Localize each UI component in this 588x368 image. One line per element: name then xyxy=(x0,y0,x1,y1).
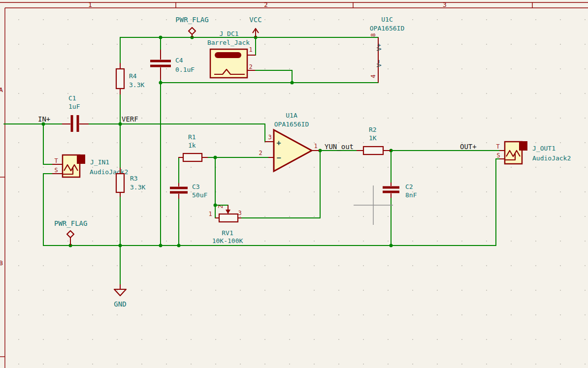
potentiometer-wiper-icon xyxy=(226,210,230,214)
sheet-frame: 1 2 3 A B xyxy=(0,1,588,368)
junction-dot[interactable] xyxy=(214,204,217,207)
component-c2[interactable]: C2 8nF xyxy=(383,183,417,199)
u1c-pin-4: 4 xyxy=(370,74,377,78)
u1c-pin-8: 8 xyxy=(370,33,377,36)
junction-dot[interactable] xyxy=(291,81,294,85)
component-pwr-flag-bottom[interactable]: PWR_FLAG xyxy=(54,219,87,245)
net-label-yun-out[interactable]: YUN_out xyxy=(325,143,354,151)
frame-column-2: 2 xyxy=(264,1,268,8)
opamp-minus-input-sign: − xyxy=(276,153,281,162)
resistor-body-icon xyxy=(116,174,124,192)
c2-reference[interactable]: C2 xyxy=(405,183,413,190)
component-rv1[interactable]: 1 2 3 RV1 10K-100K xyxy=(208,205,243,245)
junction-dot[interactable] xyxy=(119,244,122,247)
component-u1c[interactable]: 8 4 V+ V− U1C OPA1656ID xyxy=(370,16,405,83)
r1-value[interactable]: 1k xyxy=(188,142,196,149)
r3-value[interactable]: 3.3K xyxy=(130,184,145,191)
c4-reference[interactable]: C4 xyxy=(175,57,183,64)
resistor-body-icon xyxy=(116,69,124,89)
barrel-jack-pin-icon xyxy=(215,52,241,58)
power-label-pwr-flag-bottom[interactable]: PWR_FLAG xyxy=(54,219,87,228)
jack-sleeve-block-icon xyxy=(77,154,85,164)
net-label-in-plus[interactable]: IN+ xyxy=(38,115,50,123)
j-dc1-pin-1: 1 xyxy=(249,46,252,53)
pwr-flag-diamond-icon xyxy=(67,231,74,238)
r2-value[interactable]: 1K xyxy=(369,134,377,142)
jack-sleeve-block-icon xyxy=(519,141,527,151)
j-in1-pin-tip: T xyxy=(54,157,58,164)
junction-dot[interactable] xyxy=(159,36,163,39)
junction-dot[interactable] xyxy=(159,244,163,247)
c3-reference[interactable]: C3 xyxy=(192,183,200,190)
j-dc1-reference[interactable]: J_DC1 xyxy=(219,30,238,37)
junction-dot[interactable] xyxy=(177,244,181,247)
power-label-gnd[interactable]: GND xyxy=(114,300,126,308)
r2-reference[interactable]: R2 xyxy=(369,126,377,133)
component-r4[interactable]: R4 3.3K xyxy=(116,63,144,94)
opamp-plus-input-sign: + xyxy=(276,139,281,148)
component-c3[interactable]: C3 50uF xyxy=(170,183,207,199)
power-label-pwr-flag-top[interactable]: PWR_FLAG xyxy=(175,16,208,24)
u1c-reference[interactable]: U1C xyxy=(381,16,392,23)
u1a-pin-1: 1 xyxy=(314,143,317,150)
component-c1[interactable]: C1 1uF xyxy=(62,94,89,132)
u1a-value[interactable]: OPA1656ID xyxy=(274,121,309,128)
component-gnd[interactable]: GND xyxy=(114,284,126,308)
j-out1-pin-sleeve: S xyxy=(496,152,500,159)
j-dc1-pin-2: 2 xyxy=(249,63,252,70)
component-pwr-flag-top[interactable]: PWR_FLAG xyxy=(175,16,208,37)
frame-column-3: 3 xyxy=(443,1,447,8)
junction-dot[interactable] xyxy=(214,156,217,159)
rv1-pin-1: 1 xyxy=(208,211,212,217)
frame-column-1: 1 xyxy=(88,1,92,8)
resistor-body-icon xyxy=(363,147,383,154)
c1-reference[interactable]: C1 xyxy=(68,94,76,102)
schematic-canvas[interactable]: 1 2 3 A B xyxy=(0,0,588,368)
component-vcc[interactable]: VCC xyxy=(249,16,261,37)
c2-value[interactable]: 8nF xyxy=(405,191,417,199)
u1a-pin-2: 2 xyxy=(259,150,262,156)
resistor-body-icon xyxy=(219,214,238,222)
component-r2[interactable]: R2 1K xyxy=(357,126,391,154)
frame-row-b: B xyxy=(0,259,3,267)
opamp-triangle-icon xyxy=(274,130,312,171)
j-in1-reference[interactable]: J_IN1 xyxy=(90,158,109,166)
j-dc1-value[interactable]: Barrel_Jack xyxy=(207,39,250,46)
resistor-body-icon xyxy=(183,153,202,161)
power-label-vcc[interactable]: VCC xyxy=(249,16,261,24)
component-c4[interactable]: C4 0.1uF xyxy=(150,50,195,80)
rv1-value[interactable]: 10K-100K xyxy=(212,237,243,245)
r1-reference[interactable]: R1 xyxy=(188,133,196,141)
pwr-flag-diamond-icon xyxy=(189,28,196,34)
u1c-pin-name-vplus: V+ xyxy=(375,43,383,51)
frame-row-a: A xyxy=(0,86,3,93)
r3-reference[interactable]: R3 xyxy=(130,175,138,182)
component-j-out1[interactable]: T S J_OUT1 AudioJack2 xyxy=(496,141,571,164)
u1a-pin-3: 3 xyxy=(268,134,271,141)
r4-value[interactable]: 3.3K xyxy=(129,81,144,89)
net-label-out-plus[interactable]: OUT+ xyxy=(460,143,477,151)
rv1-pin-3: 3 xyxy=(238,210,241,216)
u1c-pin-name-vminus: V− xyxy=(375,60,383,67)
component-r3[interactable]: R3 3.3K xyxy=(116,168,145,197)
gnd-symbol-icon xyxy=(114,289,126,296)
j-out1-value[interactable]: AudioJack2 xyxy=(532,154,571,162)
junction-dot[interactable] xyxy=(390,244,393,247)
j-in1-pin-sleeve: S xyxy=(54,167,58,174)
junction-dot[interactable] xyxy=(159,81,163,85)
net-label-verf[interactable]: VERF xyxy=(122,115,138,123)
c3-value[interactable]: 50uF xyxy=(192,191,207,199)
u1a-reference[interactable]: U1A xyxy=(286,112,297,119)
component-u1a[interactable]: + − 3 2 1 U1A OPA1656ID xyxy=(259,112,319,171)
component-r1[interactable]: R1 1k xyxy=(178,133,208,161)
j-out1-reference[interactable]: J_OUT1 xyxy=(532,145,555,152)
rv1-pin-2: 2 xyxy=(217,205,224,208)
r4-reference[interactable]: R4 xyxy=(129,72,137,80)
c1-value[interactable]: 1uF xyxy=(68,103,80,110)
c4-value[interactable]: 0.1uF xyxy=(175,66,195,73)
rv1-reference[interactable]: RV1 xyxy=(222,229,233,237)
j-out1-pin-tip: T xyxy=(496,143,499,150)
u1c-value[interactable]: OPA1656ID xyxy=(370,25,405,32)
